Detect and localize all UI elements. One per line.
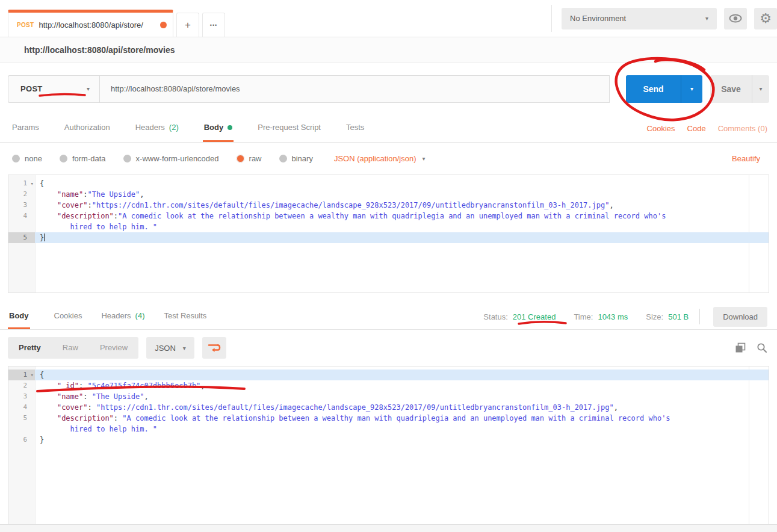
code-line: hired to help him. " bbox=[35, 424, 769, 435]
tab-pre-request-script[interactable]: Pre-request Script bbox=[256, 114, 322, 142]
radio-none-label: none bbox=[25, 154, 42, 163]
request-body-editor[interactable]: 1▾{2 "name":"The Upside",3 "cover":"http… bbox=[8, 175, 769, 293]
response-tab-headers-label: Headers bbox=[101, 311, 131, 320]
code-row: 1▾{ bbox=[8, 370, 769, 380]
response-body-editor[interactable]: 1▾{2 "_id": "5c4e715fa74c07dbbb6ecb7b",3… bbox=[8, 366, 769, 524]
environment-label: No Environment bbox=[570, 14, 626, 23]
content-type-label: JSON (application/json) bbox=[334, 154, 416, 163]
fold-caret-icon[interactable]: ▾ bbox=[31, 370, 34, 380]
radio-urlencoded-label: x-www-form-urlencoded bbox=[136, 154, 219, 163]
radio-raw[interactable]: raw bbox=[237, 154, 262, 163]
code-row: 1▾{ bbox=[8, 178, 769, 189]
view-pretty-button[interactable]: Pretty bbox=[8, 337, 52, 359]
code-line: "_id": "5c4e715fa74c07dbbb6ecb7b", bbox=[35, 380, 769, 391]
chevron-down-icon: ▾ bbox=[759, 85, 762, 92]
radio-binary-label: binary bbox=[292, 154, 313, 163]
code-row: 3 "cover":"https://cdn1.thr.com/sites/de… bbox=[8, 200, 769, 211]
beautify-link[interactable]: Beautify bbox=[732, 154, 760, 163]
code-row: 3 "name": "The Upside", bbox=[8, 391, 769, 402]
tab-options-button[interactable]: ••• bbox=[202, 13, 225, 37]
tab-url-label: http://localhost:8080/api/store/ bbox=[39, 20, 155, 29]
response-tab-body-label: Body bbox=[9, 311, 29, 320]
view-preview-button[interactable]: Preview bbox=[89, 337, 138, 359]
tab-pre-request-label: Pre-request Script bbox=[258, 123, 321, 132]
radio-binary[interactable]: binary bbox=[279, 154, 313, 163]
response-tab-body[interactable]: Body bbox=[8, 304, 30, 329]
method-label: POST bbox=[20, 84, 43, 93]
code-row: 2 "_id": "5c4e715fa74c07dbbb6ecb7b", bbox=[8, 380, 769, 391]
chevron-down-icon: ▾ bbox=[705, 15, 708, 22]
radio-icon bbox=[123, 155, 131, 162]
environment-quick-look-button[interactable] bbox=[724, 8, 747, 29]
view-raw-button[interactable]: Raw bbox=[52, 337, 89, 359]
line-number bbox=[8, 221, 35, 232]
divider bbox=[699, 309, 700, 324]
fold-caret-icon[interactable]: ▾ bbox=[31, 178, 34, 189]
tab-headers[interactable]: Headers (2) bbox=[134, 114, 180, 142]
tab-headers-label: Headers bbox=[135, 123, 165, 132]
time-label: Time: bbox=[574, 312, 593, 321]
download-button[interactable]: Download bbox=[713, 307, 767, 327]
code-line: } bbox=[35, 435, 769, 445]
environment-select[interactable]: No Environment ▾ bbox=[562, 8, 717, 29]
save-button[interactable]: Save bbox=[710, 75, 752, 103]
code-line: hired to help him. " bbox=[35, 221, 769, 232]
tab-params[interactable]: Params bbox=[11, 114, 40, 142]
copy-response-button[interactable] bbox=[735, 342, 746, 353]
chevron-down-icon: ▾ bbox=[690, 85, 693, 92]
cookies-link[interactable]: Cookies bbox=[647, 124, 675, 133]
radio-none[interactable]: none bbox=[12, 154, 42, 163]
status-label: Status: bbox=[483, 312, 507, 321]
response-tools bbox=[735, 342, 767, 353]
line-number: 3 bbox=[8, 391, 35, 402]
code-row: 4 "cover": "https://cdn1.thr.com/sites/d… bbox=[8, 402, 769, 413]
radio-raw-label: raw bbox=[249, 154, 262, 163]
code-row: 6} bbox=[8, 435, 769, 445]
chevron-down-icon: ▾ bbox=[422, 155, 425, 162]
code-line: "description":"A comedic look at the rel… bbox=[35, 211, 769, 221]
tab-authorization[interactable]: Authorization bbox=[63, 114, 111, 142]
unsaved-changes-dot-icon bbox=[160, 22, 167, 28]
url-input[interactable] bbox=[99, 75, 610, 103]
radio-x-www-form-urlencoded[interactable]: x-www-form-urlencoded bbox=[123, 154, 219, 163]
tab-body[interactable]: Body bbox=[203, 114, 234, 142]
save-options-button[interactable]: ▾ bbox=[752, 75, 769, 103]
save-button-group: Save ▾ bbox=[710, 75, 769, 103]
response-tab-cookies[interactable]: Cookies bbox=[53, 304, 84, 329]
code-row: 4 "description":"A comedic look at the r… bbox=[8, 211, 769, 221]
comments-link[interactable]: Comments (0) bbox=[718, 124, 767, 133]
code-line: "description": "A comedic look at the re… bbox=[35, 413, 769, 424]
chevron-down-icon: ▾ bbox=[183, 345, 186, 351]
copy-icon bbox=[735, 342, 746, 353]
response-tab-headers[interactable]: Headers (4) bbox=[100, 304, 146, 329]
code-link[interactable]: Code bbox=[687, 124, 706, 133]
ellipsis-icon: ••• bbox=[210, 22, 217, 28]
send-options-button[interactable]: ▾ bbox=[681, 75, 702, 103]
tab-tests[interactable]: Tests bbox=[345, 114, 365, 142]
code-row: hired to help him. " bbox=[8, 424, 769, 435]
app-header: POST http://localhost:8080/api/store/ + … bbox=[0, 0, 777, 37]
line-number: 5 bbox=[8, 232, 35, 243]
code-line: } bbox=[35, 232, 769, 243]
radio-form-data[interactable]: form-data bbox=[60, 154, 106, 163]
send-button-group: Send ▾ bbox=[626, 75, 702, 103]
search-response-button[interactable] bbox=[757, 342, 767, 353]
response-format-select[interactable]: JSON ▾ bbox=[146, 337, 194, 359]
bottom-status-strip bbox=[0, 524, 777, 532]
size-label: Size: bbox=[646, 312, 663, 321]
send-button[interactable]: Send bbox=[626, 75, 681, 103]
code-line: { bbox=[35, 178, 769, 189]
code-line: "cover": "https://cdn1.thr.com/sites/def… bbox=[35, 402, 769, 413]
content-type-select[interactable]: JSON (application/json) ▾ bbox=[334, 154, 426, 163]
new-tab-button[interactable]: + bbox=[176, 13, 199, 37]
wrap-lines-button[interactable] bbox=[202, 337, 226, 359]
request-tab-active[interactable]: POST http://localhost:8080/api/store/ bbox=[8, 10, 173, 37]
response-format-label: JSON bbox=[155, 344, 176, 353]
request-tabs: Params Authorization Headers (2) Body Pr… bbox=[0, 114, 777, 143]
response-tab-test-results[interactable]: Test Results bbox=[163, 304, 208, 329]
settings-button[interactable]: ⚙ bbox=[754, 8, 777, 29]
body-has-content-dot-icon bbox=[228, 125, 232, 130]
code-row: 2 "name":"The Upside", bbox=[8, 189, 769, 200]
method-select[interactable]: POST ▾ bbox=[8, 75, 99, 103]
radio-form-data-label: form-data bbox=[72, 154, 106, 163]
